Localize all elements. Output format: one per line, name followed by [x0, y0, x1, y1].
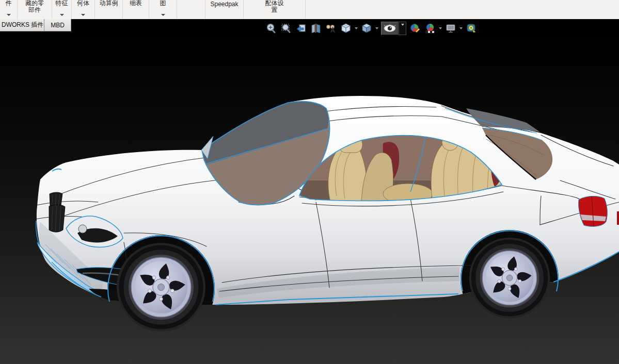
command-manager-tabs: DWORKS 插件 MBD: [0, 19, 71, 32]
eye-icon: [383, 24, 396, 32]
annotation-visibility-icon: [325, 23, 337, 34]
ribbon-button-blank[interactable]: [177, 0, 205, 19]
heads-up-toolbar: [265, 21, 478, 35]
dropdown-caret-icon[interactable]: [161, 14, 165, 16]
previous-view-icon: [295, 23, 307, 34]
view-settings-button[interactable]: [445, 22, 457, 35]
apply-scene-caret[interactable]: [439, 27, 442, 29]
ribbon-empty-area: [306, 0, 619, 19]
hide-show-items-caret[interactable]: [399, 22, 406, 35]
dropdown-caret-icon[interactable]: [60, 14, 64, 16]
display-style-icon: [361, 23, 372, 34]
view-settings-caret[interactable]: [459, 27, 463, 29]
annotation-visibility-button[interactable]: [325, 22, 337, 35]
ribbon-button-insert-component[interactable]: 件: [0, 0, 18, 19]
front-wheel[interactable]: [117, 243, 205, 332]
apply-scene-icon: [424, 23, 436, 34]
ribbon-button-label: Speedpak: [210, 1, 238, 8]
command-manager-ribbon: 件 藏的零 部件 特征 何体 动算例 细表 图 Speedpak: [0, 0, 619, 20]
tab-solidworks-addins[interactable]: DWORKS 插件: [0, 19, 44, 31]
zoom-to-fit-button[interactable]: [265, 22, 277, 35]
tab-label: DWORKS 插件: [2, 21, 43, 29]
zoom-to-area-button[interactable]: [280, 22, 292, 35]
ribbon-button-label: 图: [160, 0, 166, 7]
ribbon-button-label: 特征: [56, 0, 68, 7]
tape-measure-button[interactable]: [465, 22, 478, 35]
ribbon-button-assembly-features[interactable]: 特征: [52, 0, 72, 19]
view-settings-icon: [445, 23, 456, 34]
ribbon-button-large-assembly-settings[interactable]: 配体设 置: [244, 0, 306, 19]
dropdown-caret-icon[interactable]: [81, 14, 85, 16]
tab-label: MBD: [51, 22, 65, 29]
tab-mbd[interactable]: MBD: [44, 19, 71, 31]
display-style-caret[interactable]: [375, 27, 378, 29]
solidworks-window: 件 藏的零 部件 特征 何体 动算例 细表 图 Speedpak: [0, 0, 619, 364]
zoom-to-fit-icon: [265, 23, 277, 34]
hide-show-items-button[interactable]: [381, 22, 399, 35]
hide-show-items-group: [381, 22, 406, 35]
ribbon-button-label: 何体: [77, 0, 89, 7]
previous-view-button[interactable]: [295, 22, 307, 35]
ribbon-button-label: 置: [272, 7, 278, 13]
section-view-button[interactable]: [310, 22, 322, 35]
edit-appearance-button[interactable]: [409, 22, 421, 35]
view-orientation-button[interactable]: [340, 22, 352, 35]
dropdown-caret-icon[interactable]: [7, 14, 11, 16]
ribbon-button-label: 部件: [28, 7, 41, 13]
ribbon-button-exploded-view[interactable]: 图: [149, 0, 177, 19]
tape-measure-icon: [466, 23, 477, 34]
display-style-button[interactable]: [360, 22, 373, 35]
rear-wheel[interactable]: [469, 238, 550, 319]
edit-appearance-icon: [409, 23, 421, 34]
ribbon-button-label: 动算例: [100, 0, 118, 7]
ribbon-button-label: 件: [6, 0, 12, 7]
ribbon-button-bill-of-materials[interactable]: 细表: [123, 0, 149, 19]
view-orientation-icon: [340, 23, 352, 34]
ribbon-button-reference-geometry[interactable]: 何体: [72, 0, 95, 19]
car-assembly-model[interactable]: [0, 19, 619, 364]
section-view-icon: [310, 23, 322, 34]
ribbon-button-hidden-components[interactable]: 藏的零 部件: [18, 0, 52, 19]
ribbon-button-label: 细表: [130, 0, 142, 7]
view-orientation-caret[interactable]: [355, 27, 358, 29]
apply-scene-button[interactable]: [424, 22, 436, 35]
ribbon-button-motion-study[interactable]: 动算例: [95, 0, 123, 19]
ribbon-button-speedpak[interactable]: Speedpak: [205, 0, 244, 19]
viewport-3d[interactable]: [0, 19, 619, 364]
zoom-to-area-icon: [280, 23, 292, 34]
